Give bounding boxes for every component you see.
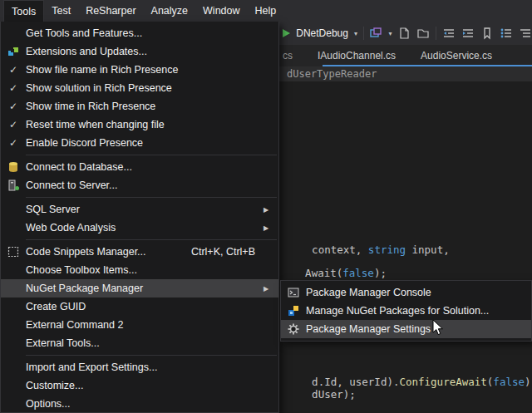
new-query-icon[interactable]	[397, 26, 411, 41]
menu-item-label: Create GUID	[26, 301, 86, 312]
snippets-icon	[1, 245, 26, 258]
menu-item-label: Customize...	[26, 380, 83, 391]
extensions-icon	[1, 45, 26, 58]
menu-item-create-guid[interactable]: Create GUID	[1, 297, 278, 316]
navigation-text: dUserTypeReader	[287, 68, 377, 80]
outline-icon[interactable]	[519, 26, 532, 41]
indent-decrease-icon[interactable]	[442, 26, 456, 41]
menu-item-show-file-name-rich-presence[interactable]: ✓ Show file name in Rich Presence	[1, 61, 278, 79]
vs-window: Tools Test ReSharper Analyze Window Help…	[0, 0, 532, 413]
menu-item-label: Extensions and Updates...	[26, 46, 147, 57]
menu-item-reset-time-when-changing-file[interactable]: ✓ Reset time when changing file	[1, 116, 278, 134]
menu-item-import-export-settings[interactable]: Import and Export Settings...	[1, 358, 278, 376]
code-token: false	[342, 267, 374, 279]
menu-item-label: Code Snippets Manager...	[26, 246, 146, 258]
checkmark-icon: ✓	[1, 101, 26, 111]
menu-item-label: External Command 2	[26, 319, 123, 331]
debug-target-label[interactable]: DNetDebug	[296, 27, 348, 39]
menu-bar: Tools Test ReSharper Analyze Window Help	[0, 0, 532, 22]
code-token: );	[525, 376, 532, 388]
menu-item-label: Options...	[26, 398, 71, 410]
code-token: );	[374, 267, 387, 279]
menu-item-label: Reset time when changing file	[26, 119, 165, 130]
code-token: false	[493, 376, 525, 388]
menu-item-show-solution-rich-presence[interactable]: ✓ Show solution in Rich Presence	[1, 79, 278, 97]
menu-item-external-command-2[interactable]: External Command 2	[1, 316, 278, 334]
menu-item-label: Package Manager Console	[306, 287, 431, 298]
checkmark-icon: ✓	[1, 138, 26, 148]
menu-item-label: Get Tools and Features...	[26, 27, 142, 39]
chevron-down-icon[interactable]: ▾	[354, 30, 357, 37]
menu-item-options[interactable]: Options...	[1, 395, 278, 413]
menu-item-label: Choose Toolbox Items...	[26, 264, 137, 276]
menu-item-shortcut: Ctrl+K, Ctrl+B	[191, 246, 278, 258]
open-file-icon[interactable]	[416, 26, 430, 41]
tab-audioservice[interactable]: AudioService.cs	[421, 50, 492, 61]
menu-item-label: Manage NuGet Packages for Solution...	[306, 305, 489, 317]
code-line: se);	[287, 401, 337, 413]
code-token: Await(	[305, 267, 342, 279]
tab-partial[interactable]: cs	[283, 50, 293, 61]
checkmark-icon: ✓	[1, 65, 26, 75]
chevron-down-icon[interactable]: ▾	[388, 30, 392, 37]
tab-iaudiochannel[interactable]: IAudioChannel.cs	[318, 50, 396, 61]
menubar-item-analyze[interactable]: Analyze	[144, 0, 195, 22]
submenu-arrow-icon: ▶	[264, 224, 278, 232]
toolbar-separator	[363, 27, 364, 40]
menu-separator	[26, 197, 277, 198]
menu-item-label: Show solution in Rich Presence	[26, 82, 172, 94]
menu-item-customize[interactable]: Customize...	[1, 376, 278, 395]
menu-separator	[26, 239, 277, 240]
bookmark-icon[interactable]	[480, 26, 494, 41]
menu-item-connect-to-database[interactable]: Connect to Database...	[1, 158, 278, 176]
attach-window-icon[interactable]	[369, 26, 382, 41]
menu-item-code-snippets-manager[interactable]: Code Snippets Manager... Ctrl+K, Ctrl+B	[1, 243, 278, 261]
menubar-item-test[interactable]: Test	[44, 0, 78, 22]
menu-separator	[26, 355, 277, 356]
menu-item-external-tools[interactable]: External Tools...	[1, 334, 278, 352]
checkmark-icon: ✓	[1, 120, 26, 130]
submenu-arrow-icon: ▶	[264, 206, 278, 214]
menu-item-label: NuGet Package Manager	[26, 283, 143, 294]
menu-separator	[26, 155, 277, 155]
menu-item-label: Connect to Server...	[26, 179, 117, 191]
start-debug-icon[interactable]	[283, 26, 290, 41]
menu-item-web-code-analysis[interactable]: Web Code Analysis ▶	[1, 219, 278, 237]
packages-icon	[281, 304, 306, 317]
nuget-submenu: Package Manager Console Manage NuGet Pac…	[280, 280, 532, 342]
menu-item-label: Connect to Database...	[26, 161, 132, 173]
tools-menu: Get Tools and Features... Extensions and…	[0, 22, 279, 413]
menu-item-extensions-and-updates[interactable]: Extensions and Updates...	[1, 42, 278, 61]
menubar-item-tools[interactable]: Tools	[3, 0, 44, 22]
gear-icon	[281, 322, 306, 336]
menubar-item-window[interactable]: Window	[195, 0, 247, 22]
menu-item-choose-toolbox-items[interactable]: Choose Toolbox Items...	[1, 261, 278, 279]
menu-item-label: Show file name in Rich Presence	[26, 64, 178, 76]
menu-item-get-tools-and-features[interactable]: Get Tools and Features...	[1, 24, 278, 42]
menu-item-label: Enable Discord Presence	[26, 137, 143, 149]
menu-item-label: Web Code Analysis	[26, 222, 116, 234]
menu-item-show-time-rich-presence[interactable]: ✓ Show time in Rich Presence	[1, 97, 278, 116]
code-token: ConfigureAwait	[399, 376, 486, 388]
menu-item-label: External Tools...	[26, 337, 100, 349]
menu-item-manage-nuget-packages-solution[interactable]: Manage NuGet Packages for Solution...	[281, 302, 531, 320]
console-icon	[281, 286, 306, 299]
menu-item-nuget-package-manager[interactable]: NuGet Package Manager ▶	[1, 279, 278, 297]
menu-item-sql-server[interactable]: SQL Server ▶	[1, 200, 278, 219]
menu-item-connect-to-server[interactable]: Connect to Server...	[1, 176, 278, 194]
menu-item-label: Import and Export Settings...	[26, 361, 157, 373]
menu-item-enable-discord-presence[interactable]: ✓ Enable Discord Presence	[1, 134, 278, 152]
menu-item-package-manager-console[interactable]: Package Manager Console	[281, 283, 531, 302]
indent-increase-icon[interactable]	[461, 26, 475, 41]
submenu-arrow-icon: ▶	[264, 285, 278, 293]
task-list-icon[interactable]	[500, 26, 513, 41]
database-icon	[1, 160, 26, 174]
menubar-item-resharper[interactable]: ReSharper	[78, 0, 143, 22]
toolbar-separator	[436, 27, 436, 40]
menu-item-package-manager-settings[interactable]: Package Manager Settings	[281, 320, 531, 338]
menu-item-label: Show time in Rich Presence	[26, 101, 155, 112]
code-token: input,	[406, 243, 450, 256]
checkmark-icon: ✓	[1, 83, 26, 93]
menu-item-label: Package Manager Settings	[306, 323, 431, 335]
menubar-item-help[interactable]: Help	[248, 0, 284, 22]
